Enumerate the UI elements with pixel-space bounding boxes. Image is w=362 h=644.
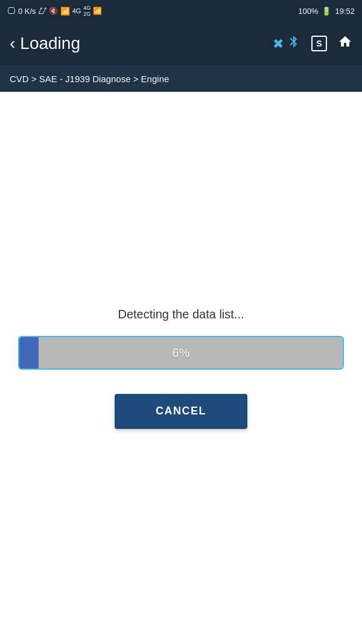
battery-percentage: 100% xyxy=(298,7,318,16)
cancel-button[interactable]: CANCEL xyxy=(115,394,247,429)
breadcrumb: CVD > SAE - J1939 Diagnose > Engine xyxy=(0,65,362,92)
app-bar-right: ✖ S xyxy=(273,34,352,53)
wifi-icon: 📶 xyxy=(60,7,70,16)
signal-icon: 📶 xyxy=(93,7,102,15)
bluetooth-icon[interactable]: ✖ xyxy=(273,35,300,52)
s-box-icon[interactable]: S xyxy=(311,36,327,51)
status-left: 🖵 0 K/s ⌰ 🔇 📶 4G 4G2G 📶 xyxy=(7,5,102,17)
back-button[interactable]: ‹ xyxy=(10,35,15,52)
breadcrumb-text: CVD > SAE - J1939 Diagnose > Engine xyxy=(10,74,169,84)
progress-bar-container: 6% xyxy=(18,336,344,370)
detecting-text: Detecting the data list... xyxy=(118,308,244,321)
bluetooth-status-icon: ⌰ xyxy=(39,7,46,16)
progress-label: 6% xyxy=(19,346,343,359)
status-bar: 🖵 0 K/s ⌰ 🔇 📶 4G 4G2G 📶 100% 🔋 19:52 xyxy=(0,0,362,22)
battery-icon: 🔋 xyxy=(322,7,331,16)
home-icon[interactable] xyxy=(338,34,352,53)
app-bar-left: ‹ Loading xyxy=(10,34,80,53)
mute-icon: 🔇 xyxy=(49,7,58,15)
main-content: Detecting the data list... 6% CANCEL xyxy=(0,92,362,644)
app-bar: ‹ Loading ✖ S xyxy=(0,22,362,65)
4g-label: 4G xyxy=(72,7,81,14)
speed-indicator: 0 K/s xyxy=(18,7,36,16)
page-title: Loading xyxy=(20,34,80,53)
4g2g-label: 4G2G xyxy=(83,5,91,17)
screen-icon: 🖵 xyxy=(7,6,16,16)
time-display: 19:52 xyxy=(335,7,355,16)
status-right: 100% 🔋 19:52 xyxy=(298,7,355,16)
